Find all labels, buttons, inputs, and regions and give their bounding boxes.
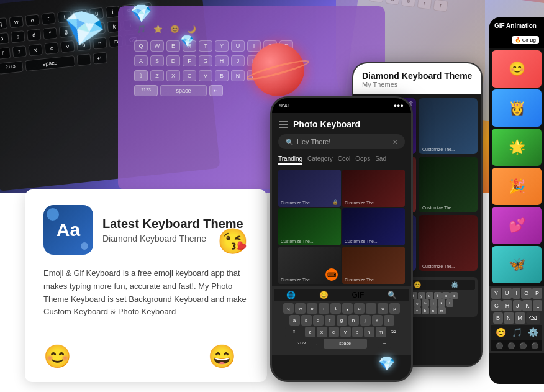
tab-category[interactable]: Category: [307, 154, 333, 165]
gif-kb-row-3: B N M ⌫: [491, 312, 542, 324]
gif-bt-4: ⚫: [531, 342, 538, 349]
planet-decoration: [252, 43, 304, 96]
tab-oops[interactable]: Oops: [355, 154, 370, 165]
gif-toolbar-settings: ⚙️: [528, 327, 538, 337]
gif-emoji-4: 🎉: [492, 168, 542, 205]
gif-key-G: G: [491, 300, 502, 311]
thumb-5-label: Customize The...: [281, 278, 314, 282]
gif-key-backspace: ⌫: [526, 312, 540, 324]
gif-bt-1: ⚫: [496, 342, 503, 349]
thumb-5[interactable]: Customize The... ⌨: [278, 247, 341, 284]
thumb-6-label: Customize The...: [345, 278, 378, 282]
diamond-kb-icon-smile: 😊: [414, 281, 421, 288]
search-bar[interactable]: 🔍 Hey There! ✕: [278, 134, 405, 149]
thumb-1-label: Customize The...: [281, 201, 314, 205]
theme-thumbnails: Customize The... 🔒 Customize The... Cust…: [272, 170, 411, 284]
kb-toolbar: 🌐 😊 GIF 🔍: [274, 289, 409, 301]
gif-key-J: J: [513, 300, 522, 311]
diamond-theme-subtitle: My Themes: [362, 81, 473, 88]
gif-item-5[interactable]: 💕: [492, 207, 542, 244]
diamond-kb-icon-settings: ⚙️: [451, 281, 458, 288]
thumb-6[interactable]: Customize The...: [342, 247, 405, 284]
search-icon: 🔍: [286, 139, 293, 145]
kb-row-3: ⇧zxcvbnm⌫: [274, 327, 409, 337]
gif-key-K: K: [522, 300, 532, 311]
gif-bottom-toolbar: ⚫ ⚫ ⚫ ⚫: [491, 340, 542, 351]
gif-key-U: U: [502, 288, 512, 299]
gif-item-1[interactable]: 😊: [492, 50, 542, 88]
gif-key-M: M: [515, 312, 526, 324]
thumb-3[interactable]: Customize The...: [278, 208, 341, 245]
diamond-on-phone-keyboard: 💎: [378, 356, 395, 372]
theme-label-6: Customize The...: [422, 264, 455, 268]
phone-keyboard: 🌐 😊 GIF 🔍 qwertyuiop asdfghjkl ⇧zxcvbnm⌫…: [272, 286, 411, 355]
theme-thumbnail-6[interactable]: Customize The...: [419, 215, 478, 271]
photo-keyboard-title: Photo Keyboard: [293, 119, 360, 129]
gif-phone-keyboard: Y U I O P G H J K L B N M ⌫ 😊 🎵 ⚙️ ⚫ ⚫ ⚫: [489, 286, 544, 353]
gif-item-6[interactable]: 🦋: [492, 246, 542, 283]
gif-emoji-5: 💕: [492, 207, 542, 244]
tab-sad[interactable]: Sad: [375, 154, 386, 165]
phone-back-header: Diamond Keyboard Theme My Themes: [353, 63, 481, 94]
gif-emoji-2: 👸: [492, 89, 542, 127]
thumb-2[interactable]: Customize The...: [342, 170, 405, 207]
kb-globe-icon: 🌐: [286, 291, 296, 299]
gif-bt-2: ⚫: [507, 342, 515, 349]
fire-icon: 🔥: [515, 37, 521, 43]
gif-toolbar-globe: 😊: [496, 327, 506, 337]
happy-emoji-bottom-left: 😊: [43, 344, 71, 370]
photo-keyboard-header: Photo Keyboard: [272, 113, 411, 134]
phone-photo-keyboard: 9:41 ●●● Photo Keyboard 🔍 Hey There! ✕ T…: [270, 96, 413, 382]
thumb-4[interactable]: Customize The...: [342, 208, 405, 245]
thumb-2-label: Customize The...: [345, 201, 378, 205]
gif-emoji-toolbar: 😊 🎵 ⚙️: [491, 325, 542, 340]
status-time: 9:41: [279, 103, 291, 109]
kb-emoji-icon: 😊: [319, 291, 329, 299]
clear-search-icon[interactable]: ✕: [392, 139, 397, 145]
kb-row-2: asdfghjkl: [274, 315, 409, 326]
theme-thumbnail-2[interactable]: Customize The...: [419, 98, 478, 154]
gif-items-list: 😊 👸 🌟 🎉 💕 🦋: [489, 48, 544, 286]
gif-emoji-1: 😊: [492, 50, 542, 88]
gif-key-O: O: [521, 288, 532, 299]
gif-item-4[interactable]: 🎉: [492, 168, 542, 205]
gif-key-Y: Y: [491, 288, 501, 299]
kb-search-icon: 🔍: [388, 291, 397, 299]
gif-emoji-3: 🌟: [492, 129, 542, 166]
diamond-decoration-small2: 💎: [180, 34, 194, 48]
gif-item-2[interactable]: 👸: [492, 89, 542, 127]
theme-thumbnail-4[interactable]: Customize The...: [419, 157, 478, 212]
gif-key-L: L: [533, 300, 542, 311]
gif-key-P: P: [532, 288, 542, 299]
search-placeholder-text[interactable]: Hey There!: [297, 138, 389, 145]
gif-kb-row-2: G H J K L: [491, 300, 542, 311]
hamburger-icon[interactable]: [279, 121, 288, 128]
gif-header: GIF Animation: [489, 17, 544, 34]
gif-key-B: B: [493, 312, 503, 324]
category-tabs: Tranding Category Cool Oops Sad: [272, 154, 411, 165]
app-info-card: Aa Latest Keyboard Theme Diamond Keyboar…: [25, 189, 267, 382]
gif-item-3[interactable]: 🌟: [492, 129, 542, 166]
tab-cool[interactable]: Cool: [338, 154, 351, 165]
theme-label-4: Customize The...: [422, 206, 455, 210]
tab-tranding[interactable]: Tranding: [278, 154, 302, 165]
diamond-decoration-small1: 💎: [130, 3, 152, 24]
theme-label-2: Customize The...: [422, 147, 455, 152]
phone-gif-animation: GIF Animation 🔥 Gif Bg 😊 👸 🌟 🎉 💕 🦋 Y: [489, 17, 544, 384]
gif-toolbar-emoji: 🎵: [512, 327, 522, 337]
kiss-emoji: 😘: [217, 227, 248, 256]
diamond-theme-title: Diamond Keyboard Theme: [362, 71, 473, 81]
phone-status-bar: 9:41 ●●●: [272, 98, 411, 113]
thumb-3-label: Customize The...: [281, 239, 314, 244]
kb-row-4: ?123 , space . ↵: [274, 339, 409, 349]
thumb-1-icon: 🔒: [332, 199, 338, 205]
customize-button[interactable]: ⌨: [325, 268, 338, 281]
grinning-emoji-bottom-right: 😄: [208, 344, 236, 370]
gif-bg-button[interactable]: 🔥 Gif Bg: [512, 36, 539, 44]
gif-key-N: N: [504, 312, 514, 324]
app-description: Emoji & Gif Keyboard is a free emoji key…: [43, 267, 248, 319]
app-icon: Aa: [43, 205, 93, 255]
thumb-1[interactable]: Customize The... 🔒: [278, 170, 341, 207]
gif-key-H: H: [502, 300, 512, 311]
gif-key-I: I: [512, 288, 520, 299]
